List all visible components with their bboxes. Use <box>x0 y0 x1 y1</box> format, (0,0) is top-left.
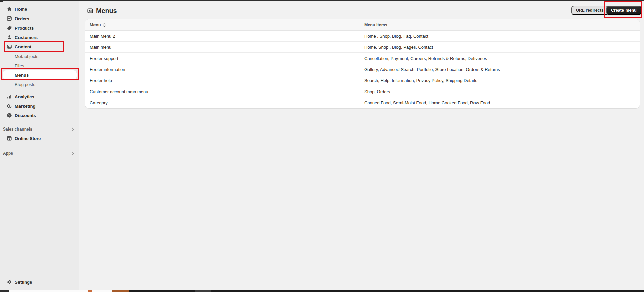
marketing-icon <box>7 103 12 109</box>
menu-name-cell[interactable]: Footer help <box>90 75 112 86</box>
table-row[interactable]: Category Canned Food, Semi-Moist Food, H… <box>85 97 640 108</box>
page-header: Menus URL redirects Create menu <box>79 1 644 20</box>
sidebar-item-label: Settings <box>15 280 32 285</box>
sidebar-item-label: Files <box>15 63 24 68</box>
analytics-icon <box>7 94 12 99</box>
sidebar-item-label: Marketing <box>15 104 35 109</box>
column-header-label: Menu items <box>364 23 387 27</box>
sidebar-item-label: Content <box>15 44 31 49</box>
sidebar-item-customers[interactable]: Customers <box>3 33 77 42</box>
taskbar-segment <box>195 290 211 292</box>
menu-name-cell[interactable]: Main menu <box>90 42 111 53</box>
sidebar-item-metaobjects[interactable]: Metaobjects <box>3 51 77 61</box>
sidebar-item-orders[interactable]: Orders <box>3 14 77 23</box>
home-icon <box>7 6 12 12</box>
url-redirects-button[interactable]: URL redirects <box>571 6 608 15</box>
window-top-corner <box>0 0 3 2</box>
storefront-icon <box>7 136 12 141</box>
sort-icon[interactable] <box>103 23 106 27</box>
sidebar-item-content[interactable]: Content <box>3 42 77 51</box>
chevron-right-icon <box>71 152 75 155</box>
menu-items-cell: Search, Help, Information, Privacy Polic… <box>364 75 477 86</box>
menu-items-cell: Home, Shop , Blog, Pages, Contact <box>364 42 433 53</box>
apps-label: Apps <box>3 151 13 156</box>
customers-icon <box>7 35 12 40</box>
menu-items-cell: Gallery, Advanced Search, Portfolio, Sto… <box>364 64 500 75</box>
menu-name-cell[interactable]: Category <box>90 97 108 108</box>
sidebar: Home Orders Products Customers Content <box>0 1 79 290</box>
menu-name-cell[interactable]: Customer account main menu <box>90 86 148 97</box>
taskbar-segment <box>9 290 112 292</box>
taskbar-segment <box>0 290 9 292</box>
chevron-right-icon <box>71 127 75 131</box>
column-header-label: Menu <box>90 23 101 27</box>
sidebar-section-sales-channels[interactable]: Sales channels <box>0 124 79 134</box>
window-top-edge <box>0 0 644 1</box>
sidebar-item-label: Online Store <box>15 136 41 141</box>
taskbar-orange-glyph <box>88 290 92 292</box>
table-row[interactable]: Main menu Home, Shop , Blog, Pages, Cont… <box>85 42 640 53</box>
menus-page-icon <box>87 8 93 14</box>
sidebar-item-online-store[interactable]: Online Store <box>3 134 77 143</box>
menu-items-cell: Canned Food, Semi-Moist Food, Home Cooke… <box>364 97 490 108</box>
sidebar-item-label: Discounts <box>15 113 36 118</box>
menu-items-cell: Cancellation, Payment, Careers, Refunds … <box>364 53 487 64</box>
shopify-admin-menus-page: Home Orders Products Customers Content <box>0 0 644 292</box>
sidebar-item-label: Analytics <box>15 94 34 99</box>
page-title: Menus <box>96 7 117 15</box>
sidebar-item-label: Menus <box>15 73 29 78</box>
menu-items-cell: Home , Shop, Blog, Faq, Contact <box>364 31 428 42</box>
table-row[interactable]: Main Menu 2 Home , Shop, Blog, Faq, Cont… <box>85 31 640 42</box>
menu-items-cell: Shop, Orders <box>364 86 390 97</box>
sidebar-item-discounts[interactable]: Discounts <box>3 111 77 120</box>
column-header-menu-items: Menu items <box>364 19 387 31</box>
sidebar-item-label: Home <box>15 7 27 12</box>
content-icon <box>7 44 12 49</box>
sidebar-item-label: Customers <box>15 35 38 40</box>
taskbar-segment <box>112 290 129 292</box>
sidebar-item-analytics[interactable]: Analytics <box>3 92 77 101</box>
column-header-menu[interactable]: Menu <box>90 19 106 31</box>
sidebar-item-menus[interactable]: Menus <box>3 70 77 80</box>
menu-name-cell[interactable]: Main Menu 2 <box>90 31 115 42</box>
sidebar-item-label: Metaobjects <box>15 54 38 59</box>
table-row[interactable]: Customer account main menu Shop, Orders <box>85 86 640 97</box>
sales-channels-label: Sales channels <box>3 127 32 132</box>
sidebar-item-label: Products <box>15 26 34 31</box>
table-row[interactable]: Footer help Search, Help, Information, P… <box>85 75 640 86</box>
sidebar-item-label: Blog posts <box>15 82 35 87</box>
table-row[interactable]: Footer support Cancellation, Payment, Ca… <box>85 53 640 64</box>
sidebar-section-apps[interactable]: Apps <box>0 149 79 158</box>
sidebar-item-home[interactable]: Home <box>3 4 77 14</box>
main-content: Menus URL redirects Create menu Menu Men… <box>79 1 644 290</box>
sidebar-item-marketing[interactable]: Marketing <box>3 101 77 111</box>
gear-icon <box>7 279 12 285</box>
menus-table-card: Menu Menu items Main Menu 2 Home , Shop,… <box>85 19 640 108</box>
sidebar-item-products[interactable]: Products <box>3 23 77 33</box>
products-icon <box>7 25 12 31</box>
table-header-row: Menu Menu items <box>85 19 640 31</box>
orders-icon <box>7 16 12 21</box>
taskbar-sliver <box>0 290 644 292</box>
discounts-icon <box>7 113 12 118</box>
sidebar-item-files[interactable]: Files <box>3 61 77 70</box>
sidebar-item-settings[interactable]: Settings <box>3 277 77 287</box>
menu-name-cell[interactable]: Footer support <box>90 53 118 64</box>
menu-name-cell[interactable]: Footer information <box>90 64 125 75</box>
create-menu-button[interactable]: Create menu <box>606 6 641 15</box>
sidebar-item-label: Orders <box>15 16 29 21</box>
sidebar-item-blog-posts[interactable]: Blog posts <box>3 80 77 89</box>
table-row[interactable]: Footer information Gallery, Advanced Sea… <box>85 64 640 75</box>
